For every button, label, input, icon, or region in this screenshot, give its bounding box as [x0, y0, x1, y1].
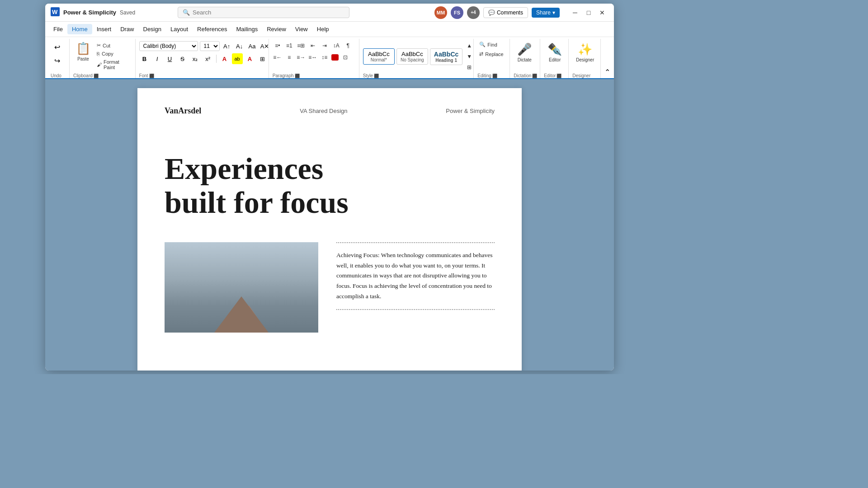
clipboard-label[interactable]: Clipboard ⬛	[73, 73, 99, 78]
subscript-button[interactable]: x₂	[190, 53, 201, 64]
menu-view[interactable]: View	[291, 24, 312, 34]
page-header: VanArsdel VA Shared Design Power & Simpl…	[165, 106, 495, 116]
align-right-button[interactable]: ≡→	[296, 52, 306, 62]
replace-button[interactable]: ⇄ Replace	[477, 50, 505, 58]
undo-button[interactable]: ↩	[51, 41, 63, 53]
ribbon: ↩ ↪ Undo 📋 Paste ✂	[45, 37, 614, 79]
editor-label[interactable]: Editor ⬛	[544, 73, 561, 78]
multilevel-list-button[interactable]: ≡⊞	[296, 41, 306, 51]
format-paint-button[interactable]: 🖌 Format Paint	[95, 58, 132, 71]
minimize-button[interactable]: ─	[569, 6, 581, 19]
paint-icon: 🖌	[97, 62, 102, 67]
menu-help[interactable]: Help	[312, 24, 334, 34]
font-size-select[interactable]: 11	[200, 41, 220, 51]
editing-label[interactable]: Editing ⬛	[477, 73, 497, 78]
menu-references[interactable]: References	[193, 24, 231, 34]
heading-line2: built for focus	[165, 185, 349, 220]
border-btn[interactable]: ⊞	[257, 53, 268, 64]
ribbon-collapse-button[interactable]: ⌃	[601, 66, 614, 78]
font-family-select[interactable]: Calibri (Body)	[139, 41, 198, 51]
dictation-label[interactable]: Dictation ⬛	[514, 73, 537, 78]
redo-button[interactable]: ↪	[51, 54, 63, 67]
style-heading1[interactable]: AaBbCc Heading 1	[430, 48, 462, 65]
expand-dictation-icon: ⬛	[532, 74, 537, 78]
content-area: Achieving Focus: When technology communi…	[165, 242, 495, 333]
text-content[interactable]: Achieving Focus: When technology communi…	[336, 242, 495, 318]
font-shrink-button[interactable]: A↓	[234, 41, 245, 52]
comments-button[interactable]: 💬 Comments	[483, 7, 528, 18]
expand-editor-icon: ⬛	[557, 74, 561, 78]
superscript-button[interactable]: x²	[203, 53, 213, 64]
designer-button[interactable]: ✨ Designer	[572, 41, 598, 64]
shading-button[interactable]	[331, 54, 339, 61]
style-scroll-up[interactable]: ▲	[464, 41, 474, 51]
strikethrough-button[interactable]: S	[177, 53, 188, 64]
close-button[interactable]: ✕	[596, 6, 609, 19]
style-no-spacing[interactable]: AaBbCc No Spacing	[396, 48, 428, 65]
menu-design[interactable]: Design	[139, 24, 166, 34]
font-case-button[interactable]: Aa	[247, 41, 258, 52]
style-scroll-down[interactable]: ▼	[464, 52, 474, 61]
clipboard-small-buttons: ✂ Cut ⎘ Copy 🖌 Format Paint	[95, 42, 132, 71]
style-expand[interactable]: ⊞	[464, 62, 474, 72]
expand-clipboard-icon: ⬛	[94, 74, 99, 78]
word-icon: W	[51, 7, 60, 18]
justify-button[interactable]: ≡↔	[308, 52, 318, 62]
copy-button[interactable]: ⎘ Copy	[95, 50, 132, 57]
editor-button[interactable]: ✒️ Editor	[544, 41, 566, 64]
styles-label[interactable]: Style ⬛	[363, 73, 379, 78]
search-input[interactable]	[193, 9, 344, 16]
highlight-button[interactable]: ab	[232, 53, 243, 64]
comment-icon: 💬	[488, 9, 495, 16]
font-grow-button[interactable]: A↑	[222, 41, 232, 52]
company-subtitle: VA Shared Design	[300, 108, 347, 114]
dictate-button[interactable]: 🎤 Dictate	[514, 41, 535, 64]
document-title: Power & Simplicity	[63, 9, 116, 16]
font-color-a-button[interactable]: A	[219, 53, 230, 64]
bullets-button[interactable]: ≡•	[273, 41, 283, 51]
underline-button[interactable]: U	[165, 53, 175, 64]
company-right: Power & Simplicity	[446, 108, 495, 114]
designer-group: ✨ Designer Designer	[569, 39, 601, 78]
numbering-button[interactable]: ≡1	[284, 41, 294, 51]
menu-insert[interactable]: Insert	[92, 24, 116, 34]
menu-layout[interactable]: Layout	[166, 24, 193, 34]
menu-draw[interactable]: Draw	[116, 24, 138, 34]
borders-button[interactable]: ⊡	[340, 52, 350, 62]
search-box[interactable]: 🔍	[178, 7, 349, 18]
document-page[interactable]: VanArsdel VA Shared Design Power & Simpl…	[137, 88, 522, 371]
menu-mailings[interactable]: Mailings	[232, 24, 263, 34]
expand-font-icon: ⬛	[149, 74, 154, 78]
bold-button[interactable]: B	[139, 53, 150, 64]
paste-button[interactable]: 📋 Paste	[73, 40, 93, 63]
decrease-indent-button[interactable]: ⇤	[308, 41, 318, 51]
bottom-dotted-line	[336, 309, 495, 310]
paragraph-label[interactable]: Paragraph ⬛	[273, 73, 300, 78]
document-area: VanArsdel VA Shared Design Power & Simpl…	[45, 79, 614, 371]
font-label[interactable]: Font ⬛	[139, 73, 154, 78]
cut-button[interactable]: ✂ Cut	[95, 42, 132, 49]
font-shade-button[interactable]: A	[245, 53, 255, 64]
main-heading[interactable]: Experiences built for focus	[165, 152, 495, 220]
show-formatting-button[interactable]: ¶	[343, 41, 353, 51]
menu-file[interactable]: File	[49, 24, 67, 34]
para-row-2: ≡← ≡ ≡→ ≡↔ ↕≡ ⊡	[273, 52, 350, 62]
designer-label[interactable]: Designer	[572, 73, 590, 78]
title-bar-right: MM FS +4 💬 Comments Share ▾ ─ □ ✕	[434, 6, 609, 19]
align-left-button[interactable]: ≡←	[273, 52, 283, 62]
font-row-1: Calibri (Body) 11 A↑ A↓ Aa A✕	[139, 41, 270, 52]
align-center-button[interactable]: ≡	[284, 52, 294, 62]
copy-icon: ⎘	[97, 51, 100, 56]
menu-review[interactable]: Review	[262, 24, 291, 34]
sort-button[interactable]: ↕A	[331, 41, 341, 51]
maximize-button[interactable]: □	[582, 6, 595, 19]
increase-indent-button[interactable]: ⇥	[320, 41, 330, 51]
menu-home[interactable]: Home	[67, 24, 92, 34]
avatar-1: MM	[434, 6, 447, 19]
application-window: W Power & Simplicity Saved 🔍 MM FS +4 💬 …	[45, 4, 614, 371]
find-button[interactable]: 🔍 Find	[477, 41, 499, 48]
share-button[interactable]: Share ▾	[532, 8, 560, 18]
italic-button[interactable]: I	[152, 53, 163, 64]
style-normal[interactable]: AaBbCc Normal*	[363, 48, 395, 65]
line-spacing-button[interactable]: ↕≡	[320, 52, 330, 62]
